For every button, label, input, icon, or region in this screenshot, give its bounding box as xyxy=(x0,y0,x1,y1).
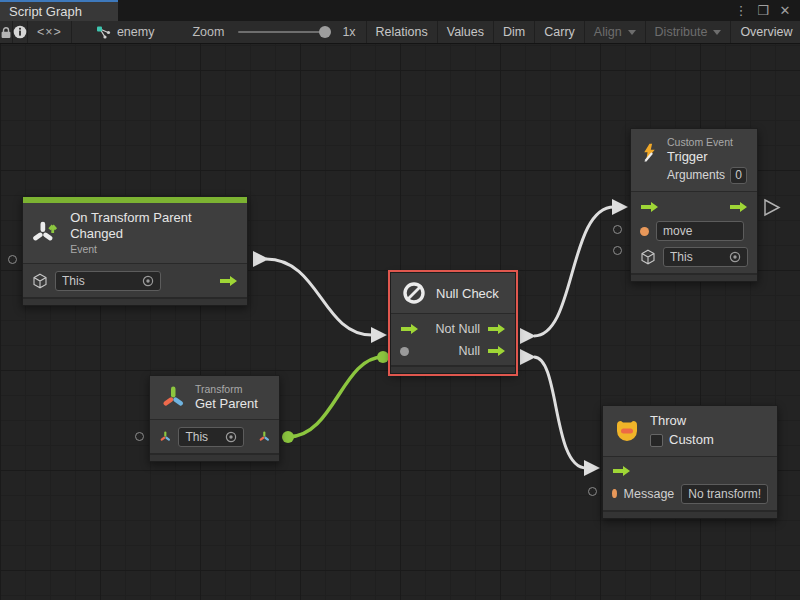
node-category: Transform xyxy=(195,383,258,396)
port-on-transform-target[interactable] xyxy=(8,255,17,264)
port-get-parent-target[interactable] xyxy=(135,432,144,441)
dim-button[interactable]: Dim xyxy=(493,21,534,43)
null-check-icon xyxy=(401,280,427,306)
port-throw-message[interactable] xyxy=(588,487,597,496)
cube-icon xyxy=(32,273,48,289)
node-title: Trigger xyxy=(667,149,747,165)
port-custom-event-target[interactable] xyxy=(613,246,622,255)
transform-port-icon[interactable] xyxy=(159,430,171,444)
event-name-field[interactable]: move xyxy=(656,221,744,241)
this-dropdown[interactable]: This xyxy=(55,271,161,291)
target-icon xyxy=(729,251,741,263)
node-title: On Transform Parent Changed xyxy=(70,210,237,243)
menu-kebab-icon[interactable]: ⋮ xyxy=(732,2,750,20)
node-header: Transform Get Parent xyxy=(150,376,279,420)
node-header: Throw Custom xyxy=(603,406,777,457)
flow-input-port[interactable] xyxy=(612,465,631,477)
carry-button[interactable]: Carry xyxy=(534,21,584,43)
overview-button[interactable]: Overview xyxy=(730,21,800,43)
close-icon[interactable]: ✕ xyxy=(776,2,794,20)
arguments-label: Arguments xyxy=(667,168,725,183)
chevron-down-icon xyxy=(628,30,636,35)
target-input-port[interactable] xyxy=(400,347,409,356)
message-port[interactable] xyxy=(612,489,617,498)
flow-input-port[interactable] xyxy=(640,201,659,213)
tab-title: Script Graph xyxy=(9,4,82,19)
message-label: Message xyxy=(624,487,675,501)
relations-button[interactable]: Relations xyxy=(366,21,437,43)
node-get-parent[interactable]: Transform Get Parent This xyxy=(149,375,280,462)
code-icon: <×> xyxy=(37,25,62,39)
node-throw[interactable]: Throw Custom Message No transform! xyxy=(602,405,778,519)
custom-checkbox[interactable] xyxy=(650,434,663,447)
zoom-label: Zoom xyxy=(192,25,224,39)
arguments-field[interactable]: 0 xyxy=(730,167,747,184)
graph-icon xyxy=(96,26,111,39)
graph-toolbar: <×> enemy Zoom 1x Relations Values Dim C… xyxy=(0,21,800,44)
not-null-output-port[interactable] xyxy=(487,323,506,335)
flow-input-port[interactable] xyxy=(400,323,419,335)
event-icon xyxy=(33,219,61,247)
transform-output-port[interactable] xyxy=(258,430,270,444)
window-controls: ⋮ ❒ ✕ xyxy=(732,0,800,21)
align-button[interactable]: Align xyxy=(584,21,645,43)
node-on-transform-parent-changed[interactable]: On Transform Parent Changed Event This xyxy=(22,196,248,306)
lock-button[interactable] xyxy=(0,21,13,43)
node-footer xyxy=(23,297,247,305)
event-name-port[interactable] xyxy=(640,227,649,236)
node-custom-event-trigger[interactable]: Custom Event Trigger Arguments 0 xyxy=(630,128,758,282)
target-icon xyxy=(225,431,237,443)
node-header: Null Check xyxy=(391,273,515,314)
node-header: Custom Event Trigger Arguments 0 xyxy=(631,129,757,192)
tab-bar: Script Graph ⋮ ❒ ✕ xyxy=(0,0,800,21)
flow-output-port[interactable] xyxy=(219,275,238,287)
target-icon xyxy=(142,275,154,287)
node-footer xyxy=(391,365,515,373)
values-button[interactable]: Values xyxy=(437,21,493,43)
node-category: Custom Event xyxy=(667,136,747,149)
node-subtitle: Event xyxy=(70,243,237,256)
distribute-button[interactable]: Distribute xyxy=(645,21,731,43)
throw-icon xyxy=(613,417,641,445)
zoom-slider-handle[interactable] xyxy=(319,26,331,38)
info-button[interactable] xyxy=(13,21,28,43)
node-footer xyxy=(603,510,777,518)
not-null-label: Not Null xyxy=(436,322,480,336)
node-title: Get Parent xyxy=(195,396,258,412)
zoom-slider[interactable] xyxy=(238,31,326,33)
port-custom-event-name[interactable] xyxy=(613,225,622,234)
cube-icon xyxy=(640,249,656,265)
graph-name-group: enemy xyxy=(86,21,165,43)
graph-name: enemy xyxy=(117,25,155,39)
flow-output-port[interactable] xyxy=(729,201,748,213)
this-dropdown[interactable]: This xyxy=(178,427,243,447)
edit-graph-button[interactable]: <×> xyxy=(28,21,72,43)
tab-script-graph[interactable]: Script Graph xyxy=(0,0,118,21)
custom-event-icon xyxy=(641,138,658,168)
toolbar-buttons: Relations Values Dim Carry Align Distrib… xyxy=(366,21,800,43)
node-title: Throw xyxy=(650,413,714,429)
node-header: On Transform Parent Changed Event xyxy=(23,203,247,264)
this-dropdown[interactable]: This xyxy=(663,247,748,267)
unity-script-graph-window: Script Graph ⋮ ❒ ✕ <×> xyxy=(0,0,800,600)
node-footer xyxy=(150,453,279,461)
info-icon xyxy=(13,25,27,39)
node-null-check[interactable]: Null Check Not Null Null xyxy=(390,272,516,374)
node-footer xyxy=(631,273,757,281)
null-label: Null xyxy=(458,344,480,358)
zoom-value: 1x xyxy=(342,25,355,39)
chevron-down-icon xyxy=(713,30,721,35)
node-title: Null Check xyxy=(436,286,499,301)
maximize-icon[interactable]: ❒ xyxy=(754,2,772,20)
message-field[interactable]: No transform! xyxy=(681,484,768,504)
transform-icon xyxy=(160,385,186,411)
custom-label: Custom xyxy=(669,432,714,448)
zoom-control: Zoom 1x xyxy=(182,21,365,43)
null-output-port[interactable] xyxy=(487,345,506,357)
lock-icon xyxy=(0,26,12,39)
